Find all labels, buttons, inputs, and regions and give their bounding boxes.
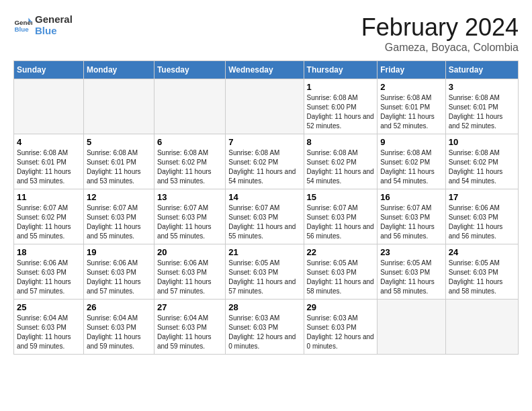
day-cell: 29Sunrise: 6:03 AMSunset: 6:03 PMDayligh… xyxy=(304,300,378,355)
day-cell xyxy=(154,79,225,134)
day-cell xyxy=(445,300,518,355)
day-info: Sunrise: 6:05 AMSunset: 6:03 PMDaylight:… xyxy=(449,259,515,296)
day-cell: 21Sunrise: 6:05 AMSunset: 6:03 PMDayligh… xyxy=(226,244,304,300)
day-cell: 7Sunrise: 6:08 AMSunset: 6:02 PMDaylight… xyxy=(226,134,304,189)
header-cell-friday: Friday xyxy=(378,61,446,79)
day-number: 22 xyxy=(307,247,375,257)
day-cell: 20Sunrise: 6:06 AMSunset: 6:03 PMDayligh… xyxy=(154,244,225,300)
title-area: February 2024 Gameza, Boyaca, Colombia xyxy=(361,13,519,54)
week-row-2: 4Sunrise: 6:08 AMSunset: 6:01 PMDaylight… xyxy=(14,134,519,189)
header-cell-sunday: Sunday xyxy=(14,61,84,79)
day-cell: 1Sunrise: 6:08 AMSunset: 6:00 PMDaylight… xyxy=(304,79,378,134)
day-info: Sunrise: 6:04 AMSunset: 6:03 PMDaylight:… xyxy=(87,314,151,351)
week-row-4: 18Sunrise: 6:06 AMSunset: 6:03 PMDayligh… xyxy=(14,244,519,300)
header-cell-saturday: Saturday xyxy=(445,61,518,79)
calendar-table: SundayMondayTuesdayWednesdayThursdayFrid… xyxy=(13,60,519,355)
day-number: 10 xyxy=(449,137,515,147)
day-info: Sunrise: 6:03 AMSunset: 6:03 PMDaylight:… xyxy=(307,314,375,351)
day-number: 13 xyxy=(157,192,222,202)
day-number: 25 xyxy=(17,302,81,312)
day-number: 17 xyxy=(449,192,515,202)
day-cell: 9Sunrise: 6:08 AMSunset: 6:02 PMDaylight… xyxy=(378,134,446,189)
day-cell: 15Sunrise: 6:07 AMSunset: 6:03 PMDayligh… xyxy=(304,189,378,244)
day-number: 7 xyxy=(228,137,300,147)
day-number: 15 xyxy=(307,192,375,202)
day-number: 4 xyxy=(17,137,81,147)
day-number: 28 xyxy=(228,302,300,312)
day-cell: 16Sunrise: 6:07 AMSunset: 6:03 PMDayligh… xyxy=(378,189,446,244)
header: General Blue General Blue February 2024 … xyxy=(13,13,519,54)
day-info: Sunrise: 6:04 AMSunset: 6:03 PMDaylight:… xyxy=(17,314,81,351)
day-cell: 26Sunrise: 6:04 AMSunset: 6:03 PMDayligh… xyxy=(83,300,154,355)
day-info: Sunrise: 6:06 AMSunset: 6:03 PMDaylight:… xyxy=(157,259,222,296)
location-subtitle: Gameza, Boyaca, Colombia xyxy=(361,42,519,54)
day-cell: 18Sunrise: 6:06 AMSunset: 6:03 PMDayligh… xyxy=(14,244,84,300)
day-cell: 2Sunrise: 6:08 AMSunset: 6:01 PMDaylight… xyxy=(378,79,446,134)
header-cell-wednesday: Wednesday xyxy=(226,61,304,79)
day-info: Sunrise: 6:05 AMSunset: 6:03 PMDaylight:… xyxy=(307,259,375,296)
day-number: 18 xyxy=(17,247,81,257)
header-cell-thursday: Thursday xyxy=(304,61,378,79)
day-info: Sunrise: 6:08 AMSunset: 6:01 PMDaylight:… xyxy=(380,93,443,131)
logo-icon: General Blue xyxy=(13,15,32,34)
day-cell: 6Sunrise: 6:08 AMSunset: 6:02 PMDaylight… xyxy=(154,134,225,189)
day-number: 21 xyxy=(228,247,300,257)
week-row-1: 1Sunrise: 6:08 AMSunset: 6:00 PMDaylight… xyxy=(14,79,519,134)
day-number: 1 xyxy=(307,82,375,92)
day-number: 16 xyxy=(380,192,443,202)
day-number: 5 xyxy=(87,137,151,147)
day-cell: 24Sunrise: 6:05 AMSunset: 6:03 PMDayligh… xyxy=(445,244,518,300)
day-cell: 23Sunrise: 6:05 AMSunset: 6:03 PMDayligh… xyxy=(378,244,446,300)
day-info: Sunrise: 6:06 AMSunset: 6:03 PMDaylight:… xyxy=(449,203,515,241)
day-number: 26 xyxy=(87,302,151,312)
day-info: Sunrise: 6:07 AMSunset: 6:02 PMDaylight:… xyxy=(17,203,81,241)
week-row-5: 25Sunrise: 6:04 AMSunset: 6:03 PMDayligh… xyxy=(14,300,519,355)
header-cell-tuesday: Tuesday xyxy=(154,61,225,79)
day-number: 14 xyxy=(228,192,300,202)
day-info: Sunrise: 6:07 AMSunset: 6:03 PMDaylight:… xyxy=(157,203,222,241)
day-info: Sunrise: 6:07 AMSunset: 6:03 PMDaylight:… xyxy=(87,203,151,241)
header-row: SundayMondayTuesdayWednesdayThursdayFrid… xyxy=(14,61,519,79)
day-number: 29 xyxy=(307,302,375,312)
calendar-body: 1Sunrise: 6:08 AMSunset: 6:00 PMDaylight… xyxy=(14,79,519,355)
day-number: 2 xyxy=(380,82,443,92)
day-number: 6 xyxy=(157,137,222,147)
day-cell xyxy=(378,300,446,355)
day-cell: 5Sunrise: 6:08 AMSunset: 6:01 PMDaylight… xyxy=(83,134,154,189)
day-info: Sunrise: 6:08 AMSunset: 6:02 PMDaylight:… xyxy=(228,148,300,186)
day-number: 24 xyxy=(449,247,515,257)
logo-general: General xyxy=(35,13,73,25)
header-cell-monday: Monday xyxy=(83,61,154,79)
day-number: 8 xyxy=(307,137,375,147)
month-year-title: February 2024 xyxy=(361,13,519,42)
logo-blue: Blue xyxy=(35,25,73,36)
day-cell xyxy=(14,79,84,134)
day-info: Sunrise: 6:03 AMSunset: 6:03 PMDaylight:… xyxy=(228,314,300,351)
day-info: Sunrise: 6:08 AMSunset: 6:01 PMDaylight:… xyxy=(17,148,81,186)
day-cell: 4Sunrise: 6:08 AMSunset: 6:01 PMDaylight… xyxy=(14,134,84,189)
day-cell: 3Sunrise: 6:08 AMSunset: 6:01 PMDaylight… xyxy=(445,79,518,134)
day-info: Sunrise: 6:08 AMSunset: 6:00 PMDaylight:… xyxy=(307,93,375,131)
day-cell: 8Sunrise: 6:08 AMSunset: 6:02 PMDaylight… xyxy=(304,134,378,189)
day-number: 9 xyxy=(380,137,443,147)
day-info: Sunrise: 6:08 AMSunset: 6:02 PMDaylight:… xyxy=(380,148,443,186)
calendar-header: SundayMondayTuesdayWednesdayThursdayFrid… xyxy=(14,61,519,79)
day-info: Sunrise: 6:08 AMSunset: 6:02 PMDaylight:… xyxy=(307,148,375,186)
day-number: 19 xyxy=(87,247,151,257)
day-info: Sunrise: 6:07 AMSunset: 6:03 PMDaylight:… xyxy=(228,203,300,241)
day-cell: 22Sunrise: 6:05 AMSunset: 6:03 PMDayligh… xyxy=(304,244,378,300)
day-cell: 19Sunrise: 6:06 AMSunset: 6:03 PMDayligh… xyxy=(83,244,154,300)
day-cell: 27Sunrise: 6:04 AMSunset: 6:03 PMDayligh… xyxy=(154,300,225,355)
day-cell: 10Sunrise: 6:08 AMSunset: 6:02 PMDayligh… xyxy=(445,134,518,189)
day-info: Sunrise: 6:08 AMSunset: 6:01 PMDaylight:… xyxy=(87,148,151,186)
day-info: Sunrise: 6:06 AMSunset: 6:03 PMDaylight:… xyxy=(87,259,151,296)
day-cell: 17Sunrise: 6:06 AMSunset: 6:03 PMDayligh… xyxy=(445,189,518,244)
day-number: 20 xyxy=(157,247,222,257)
day-info: Sunrise: 6:07 AMSunset: 6:03 PMDaylight:… xyxy=(307,203,375,241)
day-cell: 28Sunrise: 6:03 AMSunset: 6:03 PMDayligh… xyxy=(226,300,304,355)
day-cell: 14Sunrise: 6:07 AMSunset: 6:03 PMDayligh… xyxy=(226,189,304,244)
svg-text:Blue: Blue xyxy=(14,26,29,33)
day-number: 11 xyxy=(17,192,81,202)
day-cell xyxy=(83,79,154,134)
day-cell: 13Sunrise: 6:07 AMSunset: 6:03 PMDayligh… xyxy=(154,189,225,244)
